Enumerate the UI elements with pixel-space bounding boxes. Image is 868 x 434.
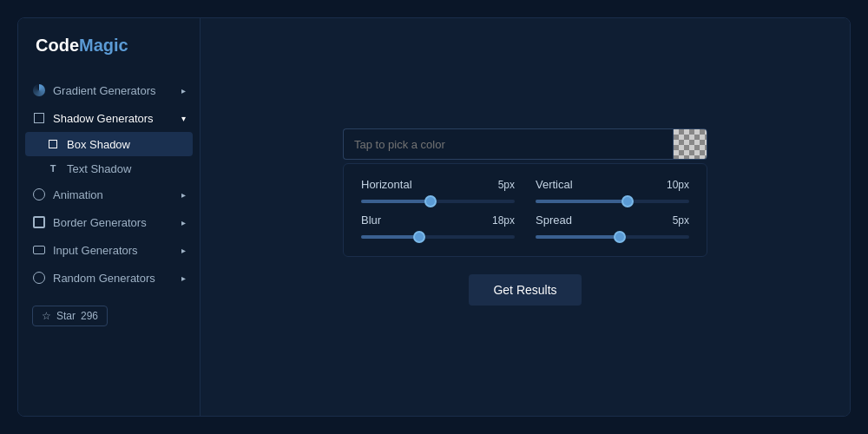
sidebar-item-animation[interactable]: Animation ▸ bbox=[18, 181, 200, 208]
horizontal-slider-thumb[interactable] bbox=[424, 195, 437, 207]
spread-slider-fill bbox=[536, 235, 620, 239]
tool-panel: Horizontal 5px Vertical 10px bbox=[343, 128, 707, 306]
logo-code: Code bbox=[36, 36, 79, 55]
color-input[interactable] bbox=[343, 128, 673, 160]
horizontal-label-row: Horizontal 5px bbox=[361, 178, 515, 191]
horizontal-slider-track[interactable] bbox=[361, 200, 515, 203]
sidebar-item-box-shadow[interactable]: Box Shadow bbox=[25, 132, 193, 156]
sidebar: CodeMagic Gradient Generators ▸ Shadow G… bbox=[18, 18, 201, 416]
blur-label-row: Blur 18px bbox=[361, 214, 515, 227]
logo-magic: Magic bbox=[79, 36, 128, 55]
star-label: Star bbox=[56, 310, 76, 322]
blur-slider-thumb[interactable] bbox=[413, 231, 425, 243]
sidebar-item-gradient[interactable]: Gradient Generators ▸ bbox=[18, 76, 200, 104]
spread-slider-group: Spread 5px bbox=[536, 214, 689, 239]
vertical-slider-track[interactable] bbox=[536, 200, 689, 203]
vertical-slider-group: Vertical 10px bbox=[536, 178, 689, 203]
spread-value: 5px bbox=[673, 214, 689, 227]
sidebar-item-border[interactable]: Border Generators ▸ bbox=[18, 208, 200, 236]
sidebar-item-random[interactable]: Random Generators ▸ bbox=[18, 264, 200, 292]
sidebar-item-animation-label: Animation bbox=[53, 188, 103, 201]
gradient-icon bbox=[32, 83, 46, 97]
horizontal-label: Horizontal bbox=[361, 178, 412, 191]
vertical-value: 10px bbox=[667, 179, 689, 191]
sidebar-item-shadow[interactable]: Shadow Generators ▾ bbox=[18, 104, 200, 132]
blur-label: Blur bbox=[361, 214, 381, 227]
chevron-right-icon: ▸ bbox=[181, 86, 186, 95]
input-icon bbox=[32, 243, 46, 257]
shadow-icon bbox=[32, 111, 46, 125]
get-results-row: Get Results bbox=[343, 274, 707, 306]
spread-slider-thumb[interactable] bbox=[614, 231, 626, 243]
sidebar-item-gradient-label: Gradient Generators bbox=[53, 84, 156, 97]
spread-slider-track[interactable] bbox=[536, 235, 689, 239]
random-icon bbox=[32, 271, 46, 285]
star-icon: ☆ bbox=[42, 310, 51, 322]
vertical-label: Vertical bbox=[536, 178, 573, 191]
horizontal-value: 5px bbox=[498, 179, 515, 191]
color-picker-row bbox=[343, 128, 707, 160]
main-content: Horizontal 5px Vertical 10px bbox=[201, 18, 850, 416]
text-shadow-icon: T bbox=[46, 161, 60, 175]
sidebar-item-random-label: Random Generators bbox=[53, 272, 155, 285]
chevron-right-icon-3: ▸ bbox=[181, 218, 186, 227]
chevron-right-icon-2: ▸ bbox=[181, 190, 186, 200]
sidebar-item-text-shadow[interactable]: T Text Shadow bbox=[18, 156, 200, 181]
sidebar-item-input[interactable]: Input Generators ▸ bbox=[18, 236, 200, 264]
blur-slider-track[interactable] bbox=[361, 235, 515, 239]
sidebar-sub-text-shadow-label: Text Shadow bbox=[67, 162, 131, 175]
get-results-button[interactable]: Get Results bbox=[469, 274, 581, 306]
color-swatch[interactable] bbox=[673, 128, 707, 160]
blur-slider-fill bbox=[361, 235, 419, 239]
sliders-panel: Horizontal 5px Vertical 10px bbox=[343, 163, 707, 257]
box-shadow-icon bbox=[46, 137, 60, 151]
star-button[interactable]: ☆ Star 296 bbox=[32, 306, 108, 326]
spread-label-row: Spread 5px bbox=[536, 214, 689, 227]
sidebar-sub-box-shadow-label: Box Shadow bbox=[67, 138, 130, 151]
vertical-slider-thumb[interactable] bbox=[621, 195, 634, 207]
sliders-grid: Horizontal 5px Vertical 10px bbox=[361, 178, 689, 239]
chevron-right-icon-5: ▸ bbox=[181, 273, 186, 283]
spread-label: Spread bbox=[536, 214, 572, 227]
animation-icon bbox=[32, 187, 46, 201]
vertical-slider-fill bbox=[536, 200, 628, 203]
blur-value: 18px bbox=[492, 214, 515, 227]
chevron-right-icon-4: ▸ bbox=[181, 246, 186, 255]
horizontal-slider-fill bbox=[361, 200, 431, 203]
sidebar-item-border-label: Border Generators bbox=[53, 216, 147, 229]
sidebar-item-input-label: Input Generators bbox=[53, 244, 138, 257]
logo: CodeMagic bbox=[18, 36, 200, 76]
vertical-label-row: Vertical 10px bbox=[536, 178, 689, 191]
star-count: 296 bbox=[81, 310, 98, 322]
app-container: CodeMagic Gradient Generators ▸ Shadow G… bbox=[17, 17, 851, 417]
sidebar-item-shadow-label: Shadow Generators bbox=[53, 112, 154, 125]
horizontal-slider-group: Horizontal 5px bbox=[361, 178, 515, 203]
blur-slider-group: Blur 18px bbox=[361, 214, 515, 239]
chevron-down-icon: ▾ bbox=[181, 114, 186, 123]
border-icon bbox=[32, 215, 46, 229]
